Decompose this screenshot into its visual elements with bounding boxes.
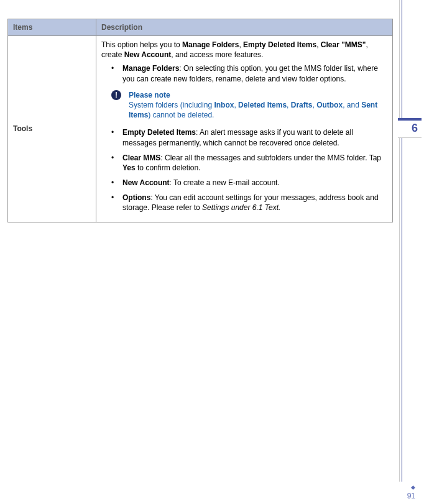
bold-text: New Account bbox=[124, 50, 172, 59]
bold-text: Deleted Items bbox=[238, 101, 287, 109]
bold-text: Options bbox=[122, 193, 150, 202]
text: , bbox=[287, 101, 291, 109]
list-item: Empty Deleted Items: An alert message as… bbox=[101, 127, 387, 147]
bullet-list-top: Manage Folders: On selecting this option… bbox=[101, 63, 387, 83]
bold-text: Inbox bbox=[214, 101, 234, 109]
chapter-bar bbox=[398, 118, 422, 121]
note-text: Please note System folders (including In… bbox=[129, 90, 387, 121]
chapter-marker: 6 bbox=[398, 118, 418, 138]
list-item: Clear MMS: Clear all the messages and su… bbox=[101, 153, 387, 173]
page-number: 91 bbox=[407, 492, 415, 500]
text: ) cannot be deleted. bbox=[148, 111, 214, 119]
list-item: Options: You can edit account settings f… bbox=[101, 193, 387, 213]
text: , and bbox=[343, 101, 361, 109]
divider-line bbox=[399, 0, 400, 482]
bold-text: Empty Deleted Items bbox=[243, 40, 316, 49]
table-header-row: Items Description bbox=[8, 19, 393, 36]
bold-text: Empty Deleted Items bbox=[122, 128, 196, 137]
page-body: Items Description Tools This option help… bbox=[0, 0, 424, 485]
diamond-icon: ◆ bbox=[407, 484, 415, 490]
header-items: Items bbox=[8, 19, 96, 36]
list-item: New Account: To create a new E-mail acco… bbox=[101, 178, 387, 188]
bold-text: Clear "MMS" bbox=[321, 40, 366, 49]
items-description-table: Items Description Tools This option help… bbox=[7, 19, 393, 222]
note-icon: ! bbox=[111, 90, 121, 100]
list-item: Manage Folders: On selecting this option… bbox=[101, 63, 387, 83]
page-number-block: ◆ 91 bbox=[407, 484, 415, 500]
italic-ref: Settings under 6.1 Text. bbox=[202, 203, 280, 212]
bold-text: New Account bbox=[122, 178, 170, 187]
bold-text: Clear MMS bbox=[122, 153, 160, 162]
table-row: Tools This option helps you to Manage Fo… bbox=[8, 36, 393, 222]
bold-text: Manage Folders bbox=[182, 40, 239, 49]
divider-line bbox=[402, 0, 402, 482]
bold-text: Manage Folders bbox=[122, 64, 179, 73]
chapter-bar-bottom bbox=[398, 137, 422, 138]
bold-text: Drafts bbox=[291, 101, 313, 109]
bold-text: Yes bbox=[122, 163, 136, 172]
note-block: ! Please note System folders (including … bbox=[111, 90, 387, 121]
chapter-number: 6 bbox=[412, 122, 418, 135]
text: to confirm deletion. bbox=[136, 163, 201, 172]
text: , bbox=[316, 40, 321, 49]
intro-paragraph: This option helps you to Manage Folders,… bbox=[101, 40, 387, 60]
note-title: Please note bbox=[129, 90, 387, 100]
bold-text: Outbox bbox=[316, 101, 343, 109]
text: This option helps you to bbox=[101, 40, 182, 49]
text: : Clear all the messages and subfolders … bbox=[160, 153, 381, 162]
row-description: This option helps you to Manage Folders,… bbox=[96, 36, 393, 222]
text: , and access more features. bbox=[171, 50, 263, 59]
row-label-tools: Tools bbox=[8, 36, 96, 222]
header-description: Description bbox=[96, 19, 393, 36]
right-rail: 6 bbox=[399, 0, 415, 504]
text: : To create a new E-mail account. bbox=[170, 178, 280, 187]
text: System folders (including bbox=[129, 101, 214, 109]
bullet-list-bottom: Empty Deleted Items: An alert message as… bbox=[101, 127, 387, 213]
